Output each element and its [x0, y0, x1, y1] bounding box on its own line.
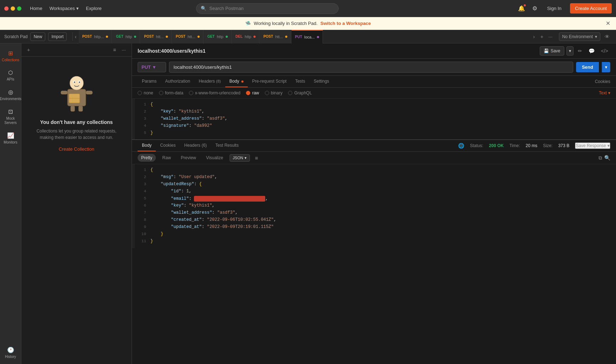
tab-post-3[interactable]: POST htt...: [172, 30, 204, 43]
nav-workspaces[interactable]: Workspaces ▾: [47, 4, 82, 12]
add-collection-button[interactable]: +: [26, 46, 31, 53]
nav-actions: 🔔 ⚙ Sign In Create Account: [517, 3, 612, 14]
more-tabs-button[interactable]: ···: [546, 32, 555, 41]
search-bar[interactable]: 🔍 Search Postman: [196, 3, 339, 14]
tab-authorization[interactable]: Authorization: [161, 76, 194, 87]
request-tabs: Params Authorization Headers (8) Body Pr…: [132, 76, 616, 88]
save-response-button[interactable]: Save Response ▾: [575, 142, 610, 149]
wrap-toggle-button[interactable]: ≡: [253, 154, 260, 162]
radio-raw[interactable]: raw: [246, 90, 259, 95]
tab-get-1[interactable]: GET http: [112, 30, 140, 43]
edit-button[interactable]: ✏: [576, 46, 584, 56]
resp-tab-visualize[interactable]: Visualize: [202, 154, 227, 162]
sidebar-item-monitors[interactable]: 📈 Monitors: [1, 129, 20, 147]
create-collection-link[interactable]: Create Collection: [59, 146, 94, 152]
close-traffic-light[interactable]: [4, 6, 9, 11]
sign-in-button[interactable]: Sign In: [543, 4, 566, 13]
code-line-3: 3 "wallet_address": "asdf3",: [138, 116, 616, 123]
comment-button[interactable]: 💬: [586, 46, 597, 56]
banner-text: Working locally in Scratch Pad.: [254, 21, 318, 26]
save-button[interactable]: 💾 Save: [540, 46, 564, 56]
json-format-dropdown[interactable]: JSON ▾: [230, 154, 250, 162]
radio-form-data[interactable]: form-data: [159, 90, 183, 95]
banner-link[interactable]: Switch to a Workspace: [320, 21, 371, 26]
tab-del-1[interactable]: DEL http: [232, 30, 260, 43]
more-options-button[interactable]: ···: [120, 46, 127, 53]
tab-post-4[interactable]: POST htt...: [260, 30, 291, 43]
resp-line-8: 8 "created_at": "2022-09-06T10:02:55.041…: [138, 217, 616, 224]
resp-tab-preview[interactable]: Preview: [177, 154, 200, 162]
sidebar-item-apis[interactable]: ⬡ APIs: [1, 67, 20, 84]
resp-tab-pretty[interactable]: Pretty: [138, 154, 156, 162]
radio-binary[interactable]: binary: [265, 90, 283, 95]
nav-explore[interactable]: Explore: [83, 4, 104, 12]
copy-response-button[interactable]: ⧉: [599, 155, 602, 161]
empty-state-title: You don't have any collections: [40, 119, 113, 125]
tab-post-2[interactable]: POST htt...: [140, 30, 172, 43]
method-label: PUT: [142, 64, 151, 70]
minimize-traffic-light[interactable]: [11, 6, 15, 11]
tab-headers[interactable]: Headers (8): [194, 76, 225, 87]
sidebar-item-collections[interactable]: ⊞ Collections: [1, 47, 20, 65]
tab-put-active[interactable]: PUT loca...: [292, 30, 323, 43]
send-button[interactable]: Send: [576, 62, 599, 72]
radio-none[interactable]: none: [138, 90, 153, 95]
tab-post-1[interactable]: POST http...: [79, 30, 112, 43]
create-account-button[interactable]: Create Account: [570, 3, 612, 14]
url-input[interactable]: [169, 62, 573, 73]
request-title-bar: localhost:4000/users/kythis1 💾 Save ▾ ✏ …: [132, 43, 616, 59]
empty-state-desc: Collections let you group related reques…: [30, 128, 123, 141]
tab-params[interactable]: Params: [138, 76, 161, 87]
environment-selector[interactable]: No Environment ▾: [559, 32, 600, 41]
text-format-dropdown[interactable]: Text ▾: [599, 90, 610, 95]
method-dropdown[interactable]: PUT ▾: [138, 62, 166, 72]
search-response-button[interactable]: 🔍: [604, 155, 610, 161]
response-tab-headers[interactable]: Headers (6): [180, 140, 211, 151]
tabs-scroll-right[interactable]: ›: [531, 34, 537, 40]
radio-graphql[interactable]: GraphQL: [288, 90, 312, 95]
settings-button[interactable]: ⚙: [531, 4, 539, 13]
tab-get-2[interactable]: GET http: [204, 30, 232, 43]
send-dropdown-button[interactable]: ▾: [602, 62, 610, 72]
filter-button[interactable]: ≡: [112, 46, 117, 53]
nav-home[interactable]: Home: [27, 4, 45, 12]
new-tab-button[interactable]: +: [538, 32, 545, 41]
scratch-pad-banner: 🛸 Working locally in Scratch Pad. Switch…: [0, 17, 616, 30]
notification-bell-button[interactable]: 🔔: [517, 4, 527, 13]
resp-line-5: 5 "email": ,: [138, 196, 616, 203]
sidebar-item-environments[interactable]: ◎ Environments: [1, 86, 20, 104]
maximize-traffic-light[interactable]: [17, 6, 21, 11]
cookies-button[interactable]: Cookies: [595, 76, 610, 87]
radio-urlencoded[interactable]: x-www-form-urlencoded: [189, 90, 240, 95]
code-view-button[interactable]: </>: [599, 46, 610, 56]
env-settings-button[interactable]: 👁: [602, 32, 612, 41]
response-tab-body[interactable]: Body: [138, 140, 156, 151]
right-panel: localhost:4000/users/kythis1 💾 Save ▾ ✏ …: [132, 43, 616, 364]
response-code-lines: 1 { 2 "msg": "User updated", 3 "updatedR…: [132, 164, 616, 248]
request-body-editor[interactable]: 1 { 2 "key": "kythis1", 3 "wallet_addres…: [132, 99, 616, 140]
left-panel-header: + ≡ ···: [21, 43, 132, 57]
response-size: 373 B: [558, 143, 569, 148]
response-time: 20 ms: [526, 143, 538, 148]
empty-state: You don't have any collections Collectio…: [21, 57, 132, 166]
import-button[interactable]: Import: [48, 32, 67, 41]
svg-rect-11: [78, 106, 83, 111]
tabs-scroll-left[interactable]: ‹: [73, 34, 79, 40]
response-code-area[interactable]: 1 { 2 "msg": "User updated", 3 "updatedR…: [132, 164, 616, 364]
response-body-bar: Pretty Raw Preview Visualize JSON ▾ ≡ ⧉ …: [132, 152, 616, 164]
new-button[interactable]: New: [30, 32, 45, 41]
response-tab-cookies[interactable]: Cookies: [156, 140, 180, 151]
tab-settings[interactable]: Settings: [309, 76, 333, 87]
sidebar-label-apis: APIs: [7, 77, 14, 82]
banner-close-button[interactable]: ✕: [606, 20, 610, 27]
sidebar-label-monitors: Monitors: [4, 140, 17, 145]
resp-tab-raw[interactable]: Raw: [159, 154, 174, 162]
sidebar-item-history[interactable]: 🕐 History: [1, 344, 20, 362]
tab-body[interactable]: Body: [225, 76, 248, 87]
tab-pre-request[interactable]: Pre-request Script: [248, 76, 291, 87]
response-tab-test-results[interactable]: Test Results: [211, 140, 243, 151]
sidebar-item-mock-servers[interactable]: ⊡ Mock Servers: [1, 105, 20, 128]
tab-tests[interactable]: Tests: [291, 76, 309, 87]
history-icon: 🕐: [7, 347, 14, 353]
save-dropdown-button[interactable]: ▾: [566, 46, 574, 56]
